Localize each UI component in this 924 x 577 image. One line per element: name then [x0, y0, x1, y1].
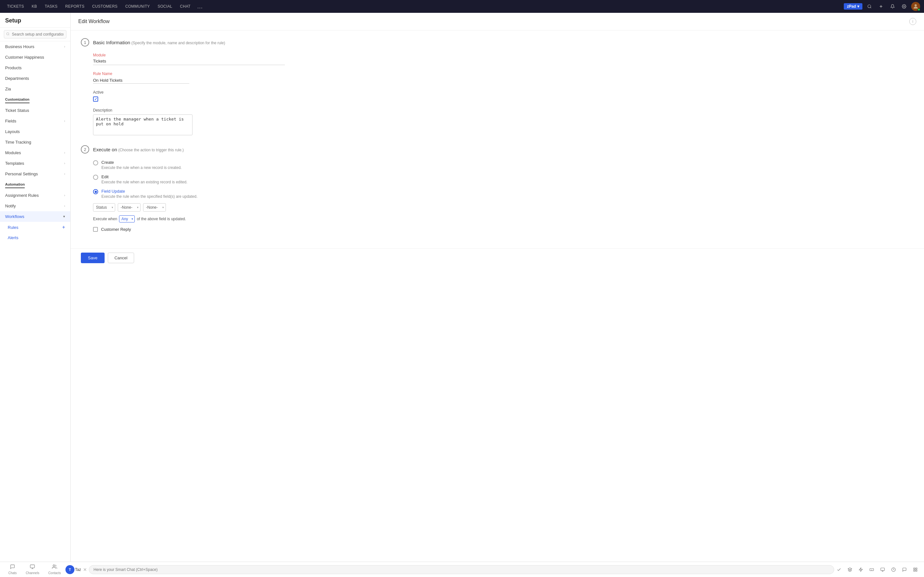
svg-rect-8: [31, 565, 35, 568]
svg-rect-24: [914, 568, 915, 569]
svg-line-1: [871, 7, 871, 8]
value-select-wrap: -None- ▾: [143, 203, 166, 211]
automation-section-header: Automation: [0, 179, 70, 190]
nav-tasks[interactable]: TASKS: [41, 0, 61, 13]
chevron-right-icon: ›: [64, 151, 65, 155]
taz-avatar[interactable]: T: [65, 565, 74, 574]
create-radio[interactable]: [93, 160, 98, 165]
customer-reply-checkbox[interactable]: [93, 227, 98, 232]
user-avatar[interactable]: [911, 2, 920, 11]
taz-label: Taz: [75, 567, 81, 572]
keyboard-icon[interactable]: [867, 565, 877, 574]
nav-reports[interactable]: REPORTS: [62, 0, 87, 13]
field-update-label: Field Update: [102, 189, 285, 193]
svg-line-7: [9, 35, 9, 35]
nav-chat[interactable]: CHAT: [177, 0, 194, 13]
channels-icon: [30, 564, 35, 571]
customer-reply-label: Customer Reply: [101, 227, 131, 232]
cancel-button[interactable]: Cancel: [108, 253, 134, 263]
sidebar-item-fields[interactable]: Fields ›: [0, 116, 70, 126]
close-icon[interactable]: ✕: [81, 567, 89, 572]
add-icon[interactable]: [877, 2, 885, 11]
sidebar-item-assignment-rules[interactable]: Assignment Rules ›: [0, 190, 70, 201]
sidebar-item-templates[interactable]: Templates ›: [0, 158, 70, 169]
sidebar-item-workflows[interactable]: Workflows ▾: [0, 211, 70, 222]
main-layout: Setup Business Hours › Customer Happines…: [0, 13, 924, 562]
sidebar-item-zia[interactable]: Zia: [0, 84, 70, 94]
create-option: Create Execute the rule when a new recor…: [81, 160, 285, 170]
sidebar-title: Setup: [0, 13, 70, 27]
sidebar-item-departments[interactable]: Departments: [0, 73, 70, 84]
step1-title: Basic Information: [93, 40, 130, 45]
step1-number: 1: [81, 38, 89, 47]
monitor-icon[interactable]: [878, 565, 887, 574]
bottom-nav-channels[interactable]: Channels: [21, 564, 44, 575]
bottom-nav-contacts[interactable]: Contacts: [44, 564, 65, 575]
zap-icon[interactable]: [856, 565, 866, 574]
active-checkbox[interactable]: ✓: [93, 97, 98, 102]
svg-marker-12: [848, 568, 852, 570]
sidebar-item-layouts[interactable]: Layouts: [0, 126, 70, 137]
layers-icon[interactable]: [845, 565, 855, 574]
rule-name-input[interactable]: [93, 77, 189, 84]
nav-customers[interactable]: CUSTOMERS: [89, 0, 121, 13]
smart-chat-input[interactable]: [89, 565, 834, 574]
bottom-nav-chats[interactable]: Chats: [4, 564, 21, 575]
edit-radio[interactable]: [93, 175, 98, 180]
sidebar-item-time-tracking[interactable]: Time Tracking: [0, 137, 70, 147]
page-title: Edit Workflow: [78, 19, 110, 24]
sidebar: Setup Business Hours › Customer Happines…: [0, 13, 71, 562]
check-icon[interactable]: [834, 565, 844, 574]
nav-social[interactable]: SOCIAL: [154, 0, 176, 13]
sidebar-item-ticket-status[interactable]: Ticket Status: [0, 105, 70, 116]
field-update-radio[interactable]: [93, 189, 98, 194]
sidebar-search-icon: [6, 32, 10, 37]
sidebar-item-business-hours[interactable]: Business Hours ›: [0, 41, 70, 52]
edit-option: Edit Execute the rule when an existing r…: [81, 174, 285, 184]
sidebar-sub-item-alerts[interactable]: Alerts: [0, 233, 70, 243]
chevron-right-icon: ›: [64, 193, 65, 197]
status-select[interactable]: Status: [93, 203, 115, 211]
chats-icon: [10, 564, 15, 571]
nav-more-icon[interactable]: …: [195, 3, 205, 10]
svg-point-4: [903, 6, 905, 7]
nav-kb[interactable]: KB: [29, 0, 40, 13]
sidebar-item-notify[interactable]: Notify ›: [0, 201, 70, 211]
notifications-icon[interactable]: [888, 2, 897, 11]
customer-reply-option: Customer Reply: [81, 227, 285, 232]
chevron-down-icon: ▾: [63, 214, 65, 219]
settings-icon[interactable]: [900, 2, 909, 11]
sidebar-item-modules[interactable]: Modules ›: [0, 147, 70, 158]
clock-icon[interactable]: [889, 565, 898, 574]
nav-community[interactable]: COMMUNITY: [122, 0, 153, 13]
svg-rect-27: [914, 570, 915, 571]
add-rule-button[interactable]: +: [62, 224, 65, 230]
any-select[interactable]: Any: [119, 215, 135, 222]
value-select[interactable]: -None-: [143, 203, 166, 211]
save-button[interactable]: Save: [81, 253, 105, 263]
info-icon[interactable]: i: [909, 18, 916, 25]
step1-subtitle: (Specify the module, name and descriptio…: [132, 41, 225, 45]
step2-section: 2 Execute on (Choose the action to trigg…: [81, 145, 285, 232]
svg-point-0: [868, 5, 871, 8]
step2-number: 2: [81, 145, 89, 153]
sidebar-sub-item-rules[interactable]: Rules +: [0, 222, 70, 233]
grid-icon[interactable]: [911, 565, 920, 574]
sidebar-item-customer-happiness[interactable]: Customer Happiness: [0, 52, 70, 63]
radio-selected-dot: [95, 191, 97, 193]
sidebar-item-products[interactable]: Products: [0, 63, 70, 73]
contacts-label: Contacts: [48, 571, 61, 575]
sidebar-item-personal-settings[interactable]: Personal Settings ›: [0, 169, 70, 179]
sidebar-search-input[interactable]: [4, 30, 66, 39]
operator-select[interactable]: -None-: [118, 203, 141, 211]
chevron-right-icon: ›: [64, 204, 65, 208]
bottom-bar: Chats Channels Contacts T Taz ✕: [0, 562, 924, 577]
nav-tickets[interactable]: TICKETS: [4, 0, 27, 13]
description-textarea[interactable]: Alerts the manager when a ticket is put …: [93, 114, 192, 135]
contacts-icon: [52, 564, 57, 571]
chat-icon[interactable]: [900, 565, 909, 574]
bottom-right-icons: [834, 565, 920, 574]
brand-button[interactable]: zPad ▾: [844, 3, 863, 10]
step1-header: 1 Basic Information (Specify the module,…: [81, 38, 285, 47]
search-icon[interactable]: [865, 2, 874, 11]
